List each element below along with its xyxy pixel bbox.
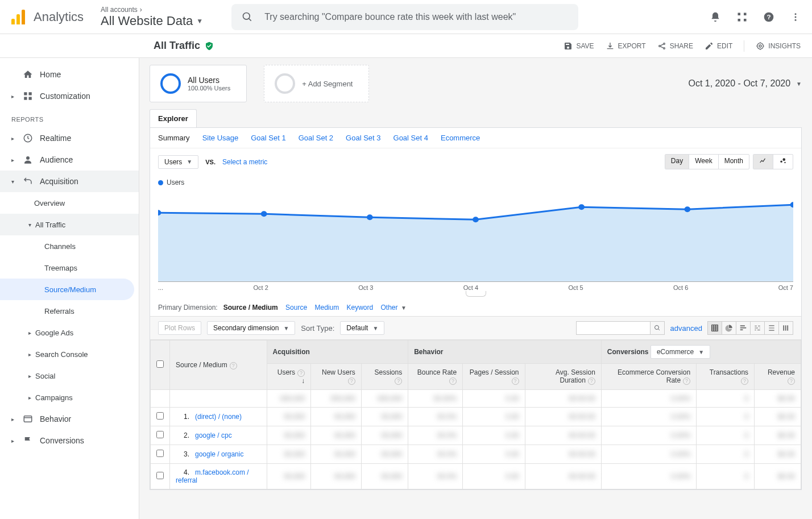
sidebar-reports-header: REPORTS bbox=[0, 107, 139, 127]
source-medium-link[interactable]: (direct) / (none) bbox=[195, 413, 242, 421]
view-table-icon[interactable] bbox=[707, 321, 722, 335]
sidebar-item-conversions[interactable]: ▸Conversions bbox=[0, 430, 139, 451]
view-comparison-icon[interactable] bbox=[750, 321, 765, 335]
col-pagespersession[interactable]: Pages / Session? bbox=[463, 364, 525, 390]
chart-expand-handle[interactable] bbox=[466, 291, 486, 297]
svg-point-14 bbox=[757, 43, 764, 49]
account-selector[interactable]: All accounts› All Website Data▼ bbox=[101, 6, 203, 28]
col-transactions[interactable]: Transactions? bbox=[697, 364, 755, 390]
sidebar-item-acquisition[interactable]: ▾Acquisition bbox=[0, 171, 139, 192]
apps-icon[interactable] bbox=[737, 12, 747, 22]
view-cloud-icon[interactable] bbox=[778, 321, 793, 335]
col-bouncerate[interactable]: Bounce Rate? bbox=[408, 364, 463, 390]
source-medium-link[interactable]: google / organic bbox=[195, 450, 243, 458]
sidebar-item-campaigns[interactable]: ▸Campaigns bbox=[0, 387, 139, 408]
svg-point-10 bbox=[795, 19, 797, 20]
select-all-checkbox[interactable] bbox=[156, 360, 164, 368]
table-row: 3.google / organic00,00000,00000,00000.0… bbox=[151, 445, 801, 464]
notifications-icon[interactable] bbox=[710, 11, 721, 23]
chart-legend-label: Users bbox=[167, 178, 184, 186]
chart-type-motion-icon[interactable] bbox=[773, 155, 793, 169]
col-ecommerceconvrate[interactable]: Ecommerce Conversion Rate? bbox=[601, 364, 696, 390]
conversions-selector[interactable]: eCommerce▼ bbox=[651, 345, 710, 359]
share-button[interactable]: SHARE bbox=[657, 41, 693, 51]
col-avgsessionduration[interactable]: Avg. Session Duration? bbox=[525, 364, 601, 390]
primdim-source[interactable]: Source bbox=[285, 304, 307, 312]
sidebar-item-behavior[interactable]: ▸Behavior bbox=[0, 408, 139, 430]
behavior-icon bbox=[23, 414, 33, 424]
sidebar-item-sourcemedium[interactable]: Source/Medium bbox=[0, 279, 134, 300]
metric-selector[interactable]: Users▼ bbox=[158, 155, 198, 169]
view-pie-icon[interactable] bbox=[722, 321, 736, 335]
row-checkbox[interactable] bbox=[156, 431, 164, 438]
period-toggle: Day Week Month bbox=[665, 154, 749, 169]
add-segment-button[interactable]: + Add Segment bbox=[264, 65, 369, 102]
chart-legend-dot bbox=[158, 180, 163, 185]
save-button[interactable]: SAVE bbox=[564, 41, 594, 51]
date-range-picker[interactable]: Oct 1, 2020 - Oct 7, 2020▼ bbox=[688, 78, 802, 89]
primary-dimension-row: Primary Dimension: Source / Medium Sourc… bbox=[150, 297, 801, 312]
sidebar-item-acq-overview[interactable]: Overview bbox=[0, 192, 139, 214]
insights-button[interactable]: INSIGHTS bbox=[756, 41, 801, 51]
clock-icon bbox=[23, 133, 33, 143]
sidebar-item-audience[interactable]: ▸Audience bbox=[0, 149, 139, 171]
row-checkbox[interactable] bbox=[156, 412, 164, 420]
more-icon[interactable] bbox=[790, 12, 801, 22]
chart-type-line-icon[interactable] bbox=[753, 155, 773, 169]
primdim-medium[interactable]: Medium bbox=[314, 304, 339, 312]
view-bar-icon[interactable] bbox=[736, 321, 751, 335]
svg-point-8 bbox=[795, 13, 797, 15]
subtab-goalset2[interactable]: Goal Set 2 bbox=[299, 134, 333, 142]
table-search-button[interactable] bbox=[650, 321, 665, 335]
view-pivot-icon[interactable] bbox=[764, 321, 779, 335]
edit-button[interactable]: EDIT bbox=[705, 41, 732, 51]
sidebar-item-social[interactable]: ▸Social bbox=[0, 365, 139, 387]
subtab-goalset3[interactable]: Goal Set 3 bbox=[346, 134, 380, 142]
col-newusers[interactable]: New Users? bbox=[311, 364, 362, 390]
advanced-link[interactable]: advanced bbox=[670, 324, 702, 333]
sidebar-item-channels[interactable]: Channels bbox=[0, 235, 139, 257]
row-checkbox[interactable] bbox=[156, 472, 164, 479]
tab-explorer[interactable]: Explorer bbox=[150, 109, 197, 127]
sidebar-item-searchconsole[interactable]: ▸Search Console bbox=[0, 343, 139, 365]
sidebar-item-googleads[interactable]: ▸Google Ads bbox=[0, 322, 139, 343]
logo-block[interactable]: Analytics bbox=[11, 10, 84, 24]
plot-rows-button[interactable]: Plot Rows bbox=[158, 321, 201, 335]
primdim-keyword[interactable]: Keyword bbox=[347, 304, 374, 312]
sidebar-item-realtime[interactable]: ▸Realtime bbox=[0, 127, 139, 149]
help-icon[interactable]: ? bbox=[763, 11, 774, 23]
segment-all-users[interactable]: All Users 100.00% Users bbox=[150, 65, 247, 102]
subtab-summary[interactable]: Summary bbox=[158, 134, 190, 142]
col-users[interactable]: Users? ↓ bbox=[267, 364, 311, 390]
secondary-dimension-button[interactable]: Secondary dimension▼ bbox=[207, 321, 295, 335]
primdim-sourcemedium[interactable]: Source / Medium bbox=[223, 304, 278, 312]
svg-point-31 bbox=[684, 206, 690, 212]
period-week[interactable]: Week bbox=[689, 155, 718, 169]
svg-rect-40 bbox=[785, 325, 786, 330]
sidebar-item-alltraffic[interactable]: ▾All Traffic bbox=[0, 214, 139, 235]
subtab-ecommerce[interactable]: Ecommerce bbox=[441, 134, 480, 142]
period-day[interactable]: Day bbox=[665, 155, 689, 169]
search-bar[interactable]: Try searching "Compare bounce rate this … bbox=[231, 4, 578, 30]
subtab-goalset4[interactable]: Goal Set 4 bbox=[393, 134, 428, 142]
select-metric-link[interactable]: Select a metric bbox=[222, 158, 267, 166]
subtab-siteusage[interactable]: Site Usage bbox=[202, 134, 239, 142]
subtab-goalset1[interactable]: Goal Set 1 bbox=[251, 134, 285, 142]
account-name: All Website Data bbox=[101, 14, 193, 28]
svg-rect-4 bbox=[744, 13, 747, 15]
page-toolbar: All Traffic SAVE EXPORT SHARE EDIT INSIG… bbox=[0, 34, 812, 58]
sidebar-item-home[interactable]: ▸Home bbox=[0, 64, 139, 85]
col-sessions[interactable]: Sessions? bbox=[361, 364, 408, 390]
export-button[interactable]: EXPORT bbox=[606, 41, 646, 51]
sort-type-selector[interactable]: Default▼ bbox=[340, 321, 384, 335]
row-checkbox[interactable] bbox=[156, 450, 164, 457]
table-search-input[interactable] bbox=[576, 321, 650, 335]
sidebar-item-treemaps[interactable]: Treemaps bbox=[0, 257, 139, 279]
col-revenue[interactable]: Revenue? bbox=[755, 364, 801, 390]
primdim-other[interactable]: Other ▼ bbox=[381, 304, 407, 312]
svg-point-29 bbox=[473, 217, 479, 222]
source-medium-link[interactable]: google / cpc bbox=[195, 431, 232, 439]
sidebar-item-customization[interactable]: ▸Customization bbox=[0, 85, 139, 107]
period-month[interactable]: Month bbox=[718, 155, 749, 169]
sidebar-item-referrals[interactable]: Referrals bbox=[0, 300, 139, 322]
